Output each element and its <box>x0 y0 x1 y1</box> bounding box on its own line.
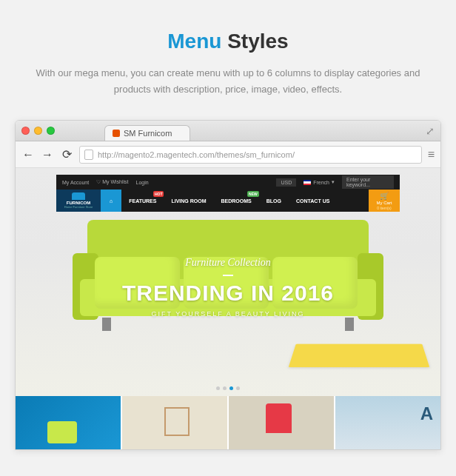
url-input[interactable] <box>98 150 417 159</box>
main-menu: FURNICOM Home Furniture Store ⌂FEATURESH… <box>56 190 400 212</box>
thumb-1[interactable] <box>16 396 122 449</box>
url-bar[interactable] <box>79 146 422 164</box>
back-button[interactable]: ← <box>21 148 35 161</box>
slider-pager <box>216 386 240 390</box>
hero-rug-image <box>289 344 430 368</box>
browser-titlebar: SM Furnicom ⤢ <box>16 121 440 141</box>
forward-button[interactable]: → <box>41 148 54 161</box>
hero-slider: My Account ♡ My Wishlist Login USD Frenc… <box>16 168 440 396</box>
search-input[interactable]: Enter your keyword... <box>342 175 394 189</box>
cart-icon: 🛒 <box>380 192 389 200</box>
topbar-login[interactable]: Login <box>136 180 149 185</box>
thumb-4[interactable] <box>335 396 440 449</box>
site-logo[interactable]: FURNICOM Home Furniture Store <box>56 190 101 212</box>
cart-count: 0 item(s) <box>377 206 391 210</box>
hamburger-menu-icon[interactable]: ≡ <box>428 148 435 161</box>
pager-dot[interactable] <box>216 386 220 390</box>
section-heading: Menu Styles <box>15 30 441 53</box>
favicon-icon <box>113 130 120 137</box>
menu-item-blog[interactable]: BLOG <box>259 190 289 212</box>
browser-tab[interactable]: SM Furnicom <box>104 125 190 141</box>
menu-item-features[interactable]: FEATURESHOT <box>121 190 164 212</box>
logo-tagline: Home Furniture Store <box>64 205 93 209</box>
hero-text: Furniture Collection TRENDING IN 2016 GI… <box>16 257 440 318</box>
menu-badge: NEW <box>247 191 259 197</box>
pager-dot[interactable] <box>223 386 227 390</box>
heading-rest: Styles <box>221 30 288 53</box>
cart-button[interactable]: 🛒 My Cart 0 item(s) <box>369 190 400 212</box>
heading-accent: Menu <box>167 30 221 53</box>
hero-supertitle: Furniture Collection <box>16 257 440 269</box>
pager-dot[interactable] <box>236 386 240 390</box>
tab-title: SM Furnicom <box>124 129 172 138</box>
reload-button[interactable]: ⟳ <box>60 147 73 161</box>
site-topbar: My Account ♡ My Wishlist Login USD Frenc… <box>56 175 400 190</box>
currency-selector[interactable]: USD <box>276 178 296 187</box>
flag-icon <box>304 180 311 185</box>
topbar-account[interactable]: My Account <box>62 180 89 185</box>
browser-window: SM Furnicom ⤢ ← → ⟳ ≡ My Account ♡ My Wi… <box>15 120 441 450</box>
menu-item-living-room[interactable]: LIVING ROOM <box>164 190 213 212</box>
pager-dot[interactable] <box>229 386 233 390</box>
menu-items: ⌂FEATURESHOTLIVING ROOMBEDROOMSNEWBLOGCO… <box>101 190 369 212</box>
hero-title: TRENDING IN 2016 <box>16 281 440 306</box>
menu-item-bedrooms[interactable]: BEDROOMSNEW <box>214 190 259 212</box>
language-selector[interactable]: French ▾ <box>304 179 335 185</box>
thumbnail-row <box>16 396 440 449</box>
site-viewport: My Account ♡ My Wishlist Login USD Frenc… <box>16 168 440 449</box>
thumb-2[interactable] <box>122 396 229 449</box>
page-icon <box>84 150 93 160</box>
browser-toolbar: ← → ⟳ ≡ <box>16 141 440 168</box>
hero-subtitle: GIFT YOURSELF A BEAUTY LIVING <box>16 310 440 318</box>
section-subtitle: With our mega menu, you can create menu … <box>21 65 435 98</box>
cart-label: My Cart <box>377 201 392 205</box>
menu-badge: HOT <box>153 191 164 197</box>
menu-item-home[interactable]: ⌂ <box>101 190 121 212</box>
close-window-button[interactable] <box>21 127 30 135</box>
thumb-3[interactable] <box>229 396 335 449</box>
logo-icon <box>72 192 85 200</box>
hero-divider <box>223 275 233 276</box>
menu-item-contact[interactable]: CONTACT US <box>289 190 337 212</box>
minimize-window-button[interactable] <box>34 127 42 135</box>
maximize-window-button[interactable] <box>47 127 55 135</box>
resize-icon[interactable]: ⤢ <box>426 125 435 137</box>
topbar-wishlist[interactable]: My Wishlist <box>102 179 128 184</box>
